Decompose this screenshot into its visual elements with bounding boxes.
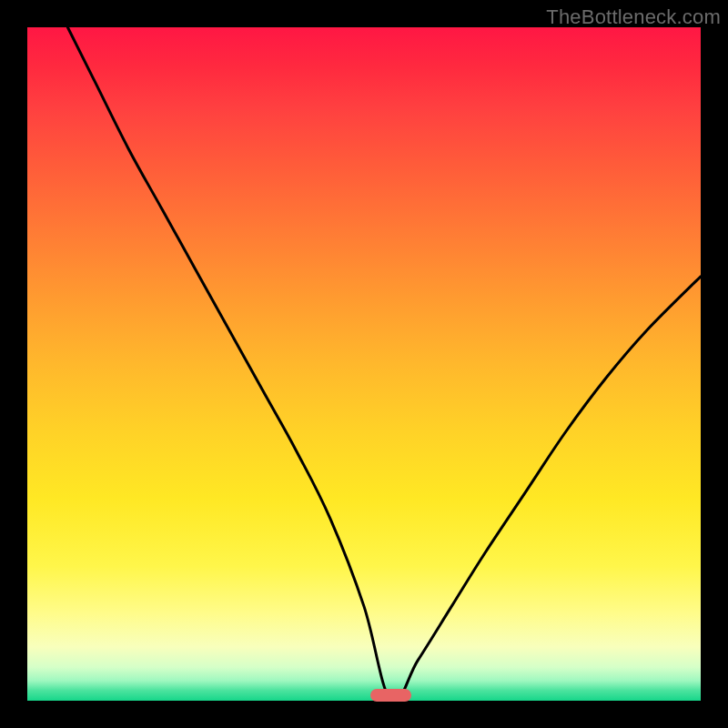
minimum-marker: [370, 689, 410, 702]
curve-svg: [27, 27, 701, 701]
plot-area: [27, 27, 701, 701]
watermark-text: TheBottleneck.com: [546, 5, 721, 29]
bottleneck-curve-path: [67, 27, 701, 701]
chart-frame: TheBottleneck.com: [0, 0, 728, 728]
